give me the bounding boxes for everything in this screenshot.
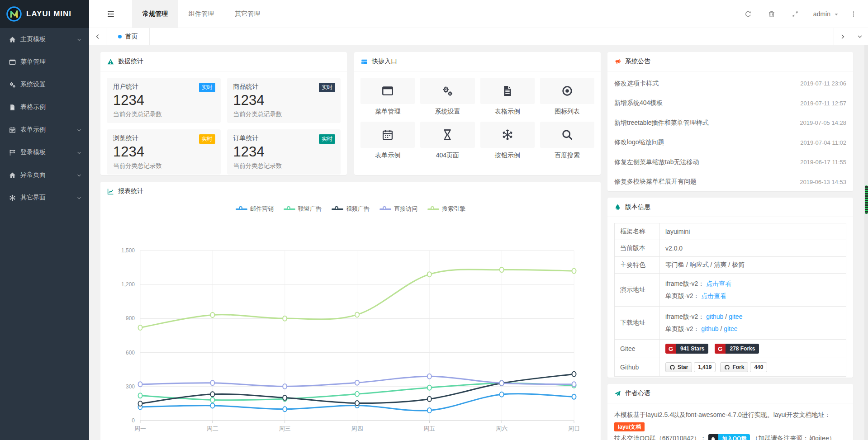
fire-icon	[614, 203, 621, 211]
quick-entry-系统设置[interactable]: 系统设置	[420, 78, 474, 116]
quick-entry-表单示例[interactable]: 表单示例	[360, 122, 415, 160]
announcement-text: 新增treetable插件和菜单管理样式	[614, 119, 708, 127]
quick-entry-按钮示例[interactable]: 按钮示例	[480, 122, 535, 160]
sidebar-menu: 主页模板菜单管理系统设置表格示例表单示例登录模板异常页面其它界面	[0, 28, 89, 209]
menu-fold-button[interactable]	[89, 0, 132, 28]
join-qq-badge[interactable]: 加入QQ群	[708, 434, 750, 440]
search-icon	[561, 129, 573, 141]
quick-entry-表格示例[interactable]: 表格示例	[480, 78, 535, 116]
link-github[interactable]: github	[706, 313, 723, 320]
announcement-item[interactable]: 修复左侧菜单缩放tab无法移动2019-06-17 11:55	[614, 152, 846, 172]
sidebar-item-label: 登录模板	[20, 148, 46, 156]
ellipsis-vertical-icon	[850, 10, 857, 18]
github-star-button[interactable]: Star	[665, 362, 692, 372]
scrollbar-track[interactable]	[864, 45, 868, 440]
quick-entry-title: 快捷入口	[372, 57, 397, 66]
link-点击查看[interactable]: 点击查看	[706, 280, 731, 287]
stat-desc: 当前分类总记录数	[113, 110, 214, 118]
svg-text:600: 600	[126, 350, 135, 356]
layui-doc-badge[interactable]: layui文档	[614, 422, 645, 431]
sidebar-item-登录模板[interactable]: 登录模板	[0, 141, 89, 164]
github-icon	[669, 364, 675, 370]
quick-entry-百度搜索[interactable]: 百度搜索	[540, 122, 594, 160]
github-count[interactable]: 1,419	[694, 362, 716, 372]
data-stats-title: 数据统计	[118, 57, 143, 66]
legend-item-视频广告[interactable]: 视频广告	[332, 205, 370, 213]
fire-icon	[614, 204, 621, 211]
announcement-item[interactable]: 修复多模块菜单栏展开有问题2019-06-13 14:53	[614, 172, 846, 192]
svg-text:0: 0	[132, 417, 135, 424]
gitee-icon: G	[715, 344, 726, 354]
sidebar: LAYUI MINI 主页模板菜单管理系统设置表格示例表单示例登录模板异常页面其…	[0, 0, 89, 440]
scrollbar-thumb[interactable]	[865, 185, 868, 214]
link-github[interactable]: github	[701, 325, 718, 332]
fullscreen-button[interactable]	[783, 0, 807, 28]
legend-item-邮件营销[interactable]: 邮件营销	[236, 205, 274, 213]
gitee-badge[interactable]: G278 Forks	[715, 344, 759, 354]
quick-entry-404页面[interactable]: 404页面	[420, 122, 474, 160]
chevron-right-icon	[840, 33, 846, 40]
sidebar-item-label: 表单示例	[20, 126, 46, 134]
announcement-item[interactable]: 修改选项卡样式2019-07-11 23:06	[614, 74, 846, 94]
top-nav-tab-其它管理[interactable]: 其它管理	[224, 0, 270, 28]
more-menu-button[interactable]	[845, 0, 862, 28]
top-nav-tab-组件管理[interactable]: 组件管理	[178, 0, 224, 28]
app-logo[interactable]: LAYUI MINI	[0, 0, 89, 28]
tab-scroll-left-button[interactable]	[89, 28, 106, 45]
legend-item-联盟广告[interactable]: 联盟广告	[284, 205, 322, 213]
stat-desc: 当前分类总记录数	[233, 110, 335, 118]
quick-entry-label: 图标列表	[540, 108, 594, 116]
hamburger-icon	[107, 10, 115, 18]
stat-value: 1234	[233, 92, 335, 109]
announcement-item[interactable]: 新增treetable插件和菜单管理样式2019-07-05 14:28	[614, 113, 846, 133]
quick-entry-菜单管理[interactable]: 菜单管理	[360, 78, 415, 116]
ellipsis-vertical-icon	[850, 10, 857, 18]
top-nav-tab-常规管理[interactable]: 常规管理	[132, 0, 178, 28]
github-fork-button[interactable]: Fork	[720, 362, 748, 372]
gitee-badge[interactable]: G941 Stars	[665, 344, 708, 354]
quick-entry-图标列表[interactable]: 图标列表	[540, 78, 594, 116]
github-count[interactable]: 440	[750, 362, 767, 372]
bullhorn-icon	[614, 58, 621, 66]
caret-down-icon	[834, 10, 839, 18]
tab-home[interactable]: 首页	[106, 28, 150, 45]
legend-item-直接访问[interactable]: 直接访问	[379, 205, 417, 213]
stat-box-用户统计[interactable]: 用户统计1234当前分类总记录数实时	[107, 78, 221, 123]
announcement-item[interactable]: 修改logo缩放问题2019-07-04 11:02	[614, 133, 846, 153]
sidebar-item-异常页面[interactable]: 异常页面	[0, 164, 89, 186]
version-label: Github	[615, 358, 660, 377]
chevron-down-icon	[76, 173, 82, 178]
refresh-button[interactable]	[736, 0, 760, 28]
announcement-item[interactable]: 新增系统404模板2019-07-11 12:57	[614, 94, 846, 114]
chevron-right-icon	[840, 33, 846, 41]
tab-bar-spacer	[150, 28, 834, 45]
sidebar-item-其它界面[interactable]: 其它界面	[0, 186, 89, 209]
link-gitee[interactable]: gitee	[729, 313, 742, 320]
link-gitee[interactable]: gitee	[724, 325, 737, 332]
announcement-date: 2019-06-13 14:53	[800, 179, 846, 185]
user-dropdown[interactable]: admin	[807, 10, 845, 18]
clear-cache-button[interactable]	[760, 0, 783, 28]
stat-box-浏览统计[interactable]: 浏览统计1234当前分类总记录数实时	[107, 129, 221, 175]
chevron-down-icon	[857, 33, 863, 41]
stat-box-商品统计[interactable]: 商品统计1234当前分类总记录数实时	[227, 78, 341, 123]
realtime-badge: 实时	[199, 83, 215, 92]
chevron-left-icon	[95, 33, 101, 41]
sidebar-item-表格示例[interactable]: 表格示例	[0, 96, 89, 118]
sidebar-item-菜单管理[interactable]: 菜单管理	[0, 51, 89, 73]
stat-box-订单统计[interactable]: 订单统计1234当前分类总记录数实时	[227, 129, 341, 175]
top-header: 常规管理组件管理其它管理 admin	[89, 0, 868, 28]
sidebar-item-label: 异常页面	[20, 171, 46, 179]
legend-item-搜索引擎[interactable]: 搜索引擎	[427, 205, 465, 213]
chevron-down-icon	[76, 37, 82, 43]
link-点击查看[interactable]: 点击查看	[701, 292, 726, 299]
tab-scroll-right-button[interactable]	[834, 28, 851, 45]
sidebar-item-系统设置[interactable]: 系统设置	[0, 73, 89, 96]
quick-entry-label: 表单示例	[360, 151, 415, 160]
sidebar-item-主页模板[interactable]: 主页模板	[0, 28, 89, 51]
announcement-text: 新增系统404模板	[614, 99, 663, 107]
tab-operations-button[interactable]	[851, 28, 868, 45]
sidebar-item-表单示例[interactable]: 表单示例	[0, 118, 89, 141]
warning-triangle-icon	[107, 58, 114, 66]
stat-value: 1234	[113, 92, 214, 109]
